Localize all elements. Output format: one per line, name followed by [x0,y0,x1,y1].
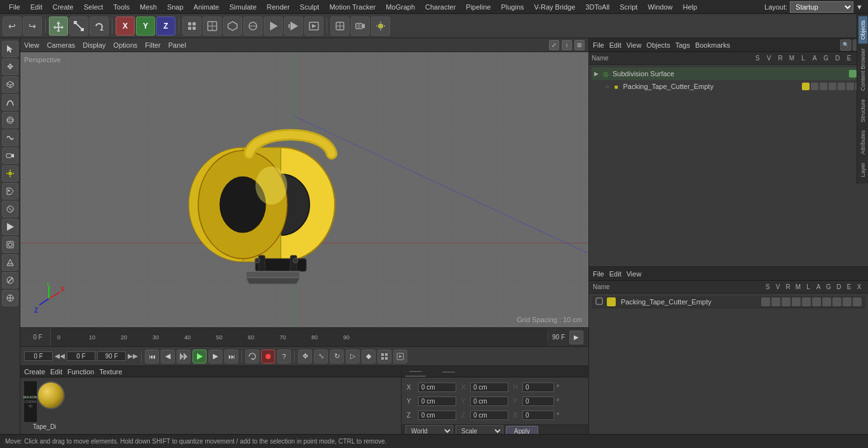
render-view-button[interactable] [304,17,323,36]
menu-select[interactable]: Select [80,2,107,12]
coords-tab-position[interactable]: —— [405,366,426,377]
render-side-btn[interactable] [2,219,18,235]
obj-menu-objects[interactable]: Objects [646,41,670,49]
layer-dot-9[interactable] [843,297,851,306]
layers-menu-file[interactable]: File [593,270,604,278]
vp-menu-filter[interactable]: Filter [145,41,160,49]
mat-menu-function[interactable]: Function [67,368,94,376]
tape-status-3[interactable] [829,83,836,90]
vp-menu-view[interactable]: View [24,41,39,49]
mat-menu-texture[interactable]: Texture [99,368,122,376]
coords-tab-size[interactable]: —— [438,367,459,376]
end-frame-input[interactable] [97,351,126,361]
keyframe-btn[interactable]: ◆ [362,350,376,363]
layer-dot-3[interactable] [782,297,790,306]
vtab-structure[interactable]: Structure [858,95,867,126]
obj-menu-edit[interactable]: Edit [609,41,621,49]
vtab-content-browser[interactable]: Content Browser [858,44,867,95]
record-btn[interactable] [261,350,275,363]
obj-menu-bookmarks[interactable]: Bookmarks [695,41,730,49]
coord-h-input[interactable] [522,383,554,392]
viewport[interactable]: View Cameras Display Options Filter Pane… [20,38,588,327]
render-transport-btn[interactable] [393,350,407,363]
lights-button[interactable] [371,17,390,36]
layer-dot-4[interactable] [792,297,801,306]
edge-loop-button[interactable] [243,17,262,36]
play-mode-btn[interactable]: ▷ [346,350,360,363]
vp-menu-display[interactable]: Display [83,41,105,49]
menu-create[interactable]: Create [49,2,78,12]
select-tool-btn[interactable] [2,41,18,57]
paint-side-btn[interactable] [2,272,18,288]
coord-x-pos-input[interactable] [418,383,456,392]
layer-dot-10[interactable] [853,297,862,306]
timeline-end-frame[interactable]: 90 F [547,334,569,341]
tape-status-2[interactable] [820,83,827,90]
coord-y-pos-input[interactable] [418,397,456,406]
scale-tool-transport[interactable]: ⤡ [314,350,328,363]
vtab-attributes[interactable]: Attributes [858,126,867,158]
menu-character[interactable]: Character [421,2,459,12]
layer-dot-1[interactable] [761,297,770,306]
layers-menu-view[interactable]: View [627,270,642,278]
light-side-btn[interactable] [2,165,18,182]
modeling-side-btn[interactable] [2,254,18,271]
menu-pipeline[interactable]: Pipeline [462,2,494,12]
menu-mograph[interactable]: MoGraph [382,2,419,12]
mat-menu-create[interactable]: Create [24,368,45,376]
object-mode-button[interactable] [330,17,349,36]
menu-animate[interactable]: Animate [190,2,223,12]
tape-status-1[interactable] [811,83,818,90]
scale-tool-button[interactable] [69,17,88,36]
vp-menu-cameras[interactable]: Cameras [47,41,76,49]
nurbs-btn[interactable] [2,112,18,128]
menu-script[interactable]: Script [616,2,641,12]
vp-icon-arrow[interactable]: ↕ [562,40,572,50]
move-btn[interactable]: ✥ [2,58,18,75]
menu-help[interactable]: Help [679,2,702,12]
menu-snap[interactable]: Snap [163,2,187,12]
expand-arrow-tape[interactable]: ○ [606,83,609,90]
menu-mesh[interactable]: Mesh [136,2,161,12]
scene-side-btn[interactable] [2,236,18,253]
layer-dot-6[interactable] [812,297,821,306]
vtab-objects[interactable]: Objects [858,17,867,44]
tag-side-btn[interactable] [2,183,18,200]
go-to-start-btn[interactable]: ⏮ [145,350,159,363]
material-side-btn[interactable] [2,201,18,217]
vp-icon-expand[interactable]: ⤢ [549,40,559,50]
layer-dot-8[interactable] [832,297,841,306]
move-tool-transport[interactable]: ✥ [298,350,312,363]
rotate-tool-transport[interactable]: ↻ [330,350,344,363]
layers-menu-edit[interactable]: Edit [609,270,621,278]
render-button[interactable] [264,17,283,36]
menu-3dtoall[interactable]: 3DToAll [581,2,613,12]
vtab-layer[interactable]: Layer [858,159,867,181]
obj-menu-file[interactable]: File [593,41,604,49]
coord-b-input[interactable] [522,411,554,420]
menu-window[interactable]: Window [644,2,676,12]
points-mode-button[interactable] [182,17,201,36]
mat-menu-edit[interactable]: Edit [50,368,62,376]
layer-dot-7[interactable] [822,297,831,306]
coord-p-input[interactable] [522,397,554,406]
polys-mode-button[interactable] [223,17,242,36]
menu-plugins[interactable]: Plugins [497,2,527,12]
viewport-canvas[interactable]: Perspective [20,52,588,327]
menu-file[interactable]: File [5,2,24,12]
material-item-tape[interactable]: MAXON CINEMA 4D Tape_Di [24,381,65,430]
coord-y-size-input[interactable] [470,397,508,406]
go-to-end-btn[interactable]: ⏭ [224,350,238,363]
menu-sculpt[interactable]: Sculpt [296,2,323,12]
tape-status-4[interactable] [837,83,845,90]
start-frame-input[interactable] [67,351,95,361]
timeline-ticks[interactable]: 0 10 20 30 40 50 60 70 80 90 [51,328,547,346]
step-fwd-btn[interactable]: ▶ [208,350,222,363]
redo-button[interactable]: ↪ [23,17,42,36]
vp-icon-grid[interactable]: ⊞ [574,40,585,50]
current-frame-input[interactable] [24,351,53,361]
menu-tools[interactable]: Tools [109,2,133,12]
menu-edit[interactable]: Edit [27,2,46,12]
x-axis-button[interactable]: X [116,17,135,36]
grid-btn[interactable] [377,350,391,363]
